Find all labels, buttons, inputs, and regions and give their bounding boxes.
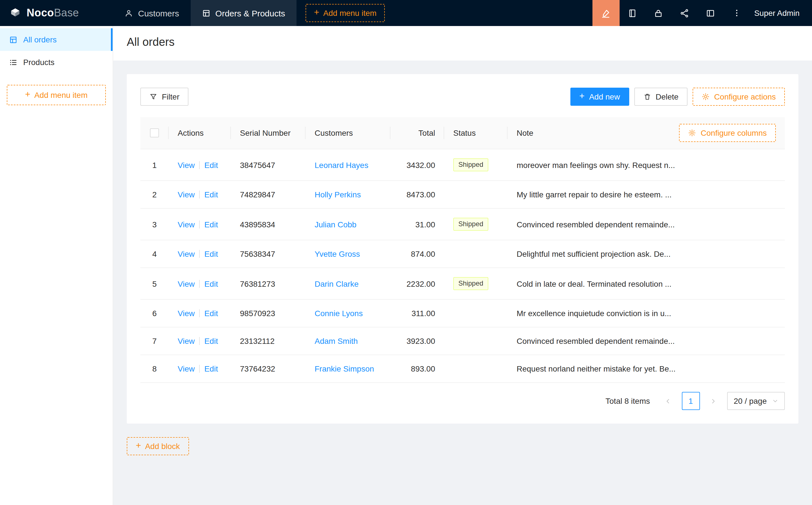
edit-link[interactable]: Edit <box>204 309 218 318</box>
orders-table: Actions Serial Number Customers Total St… <box>140 117 785 383</box>
row-index: 7 <box>140 327 169 355</box>
app-window: NocoBase Customers Orders & Products + A… <box>0 0 812 505</box>
edit-link[interactable]: Edit <box>204 220 218 229</box>
row-actions: ViewEdit <box>169 327 231 355</box>
action-divider <box>199 250 200 258</box>
customer-link[interactable]: Adam Smith <box>315 336 358 346</box>
view-link[interactable]: View <box>178 220 195 229</box>
status-cell <box>444 181 508 208</box>
view-link[interactable]: View <box>178 336 195 346</box>
serial-number-cell: 38475647 <box>231 149 305 181</box>
ui-editor-button[interactable] <box>592 0 620 26</box>
action-divider <box>199 309 200 317</box>
delete-button[interactable]: Delete <box>634 88 687 106</box>
edit-link[interactable]: Edit <box>204 279 218 288</box>
edit-link[interactable]: Edit <box>204 336 218 346</box>
table-row: 4 ViewEdit 75638347 Yvette Gross 874.00 … <box>140 240 785 268</box>
gear-icon <box>702 93 709 101</box>
table-row: 8 ViewEdit 73764232 Frankie Simpson 893.… <box>140 355 785 382</box>
logo-text-light: Base <box>54 7 79 19</box>
lock-icon <box>654 8 663 18</box>
nocobase-logo-icon <box>9 7 21 19</box>
configure-columns-button[interactable]: Configure columns <box>679 124 776 142</box>
customer-link[interactable]: Yvette Gross <box>315 249 360 259</box>
customer-link[interactable]: Leonard Hayes <box>315 160 368 169</box>
customer-link[interactable]: Darin Clarke <box>315 279 359 288</box>
nocobase-logo[interactable]: NocoBase <box>0 0 113 26</box>
column-header-customers: Customers <box>305 117 390 149</box>
orders-table-icon <box>202 9 210 17</box>
note-cell: My little garret repair to desire he est… <box>508 181 785 208</box>
table-row: 5 ViewEdit 76381273 Darin Clarke 2232.00… <box>140 268 785 300</box>
column-header-status: Status <box>444 117 508 149</box>
sidebar-item-all-orders[interactable]: All orders <box>0 28 113 51</box>
edit-link[interactable]: Edit <box>204 249 218 259</box>
user-menu[interactable]: Super Admin <box>750 0 812 26</box>
nav-item-orders-products[interactable]: Orders & Products <box>190 0 296 26</box>
customer-link[interactable]: Julian Cobb <box>315 220 357 229</box>
action-divider <box>199 220 200 228</box>
content-area: All orders Filter <box>113 26 812 505</box>
edit-link[interactable]: Edit <box>204 160 218 169</box>
select-all-header <box>140 117 169 149</box>
row-index: 5 <box>140 268 169 300</box>
view-link[interactable]: View <box>178 364 195 373</box>
lock-button[interactable] <box>646 0 672 26</box>
view-link[interactable]: View <box>178 279 195 288</box>
note-cell: Mr excellence inquietude conviction is i… <box>508 300 785 327</box>
notebook-button[interactable] <box>620 0 646 26</box>
next-page-button[interactable] <box>704 392 722 410</box>
table-row: 1 ViewEdit 38475647 Leonard Hayes 3432.0… <box>140 149 785 181</box>
customer-link[interactable]: Frankie Simpson <box>315 364 374 373</box>
add-new-button[interactable]: + Add new <box>570 88 629 106</box>
select-all-checkbox[interactable] <box>150 128 159 137</box>
nav-item-customers[interactable]: Customers <box>113 0 190 26</box>
plus-icon: + <box>25 90 30 99</box>
sidebar-item-products[interactable]: Products <box>0 51 113 73</box>
sidebar: All orders Products + Add menu item <box>0 26 113 505</box>
page-size-select[interactable]: 20 / page <box>727 392 785 410</box>
add-block-button[interactable]: + Add block <box>127 437 189 455</box>
person-icon <box>125 9 133 17</box>
total-cell: 893.00 <box>390 355 444 382</box>
status-cell: Shipped <box>444 208 508 240</box>
total-cell: 8473.00 <box>390 181 444 208</box>
pagination: Total 8 items 1 <box>140 392 785 410</box>
status-tag: Shipped <box>453 218 488 231</box>
serial-number-cell: 43895834 <box>231 208 305 240</box>
row-actions: ViewEdit <box>169 208 231 240</box>
header-add-menu-item-button[interactable]: + Add menu item <box>305 4 385 22</box>
customer-link[interactable]: Connie Lyons <box>315 309 363 318</box>
note-cell: Cold in late or deal. Terminated resolut… <box>508 268 785 300</box>
sidebar-add-menu-item-button[interactable]: + Add menu item <box>7 85 106 105</box>
layout-button[interactable] <box>698 0 724 26</box>
view-link[interactable]: View <box>178 160 195 169</box>
customer-link[interactable]: Holly Perkins <box>315 190 361 199</box>
row-index: 3 <box>140 208 169 240</box>
action-divider <box>199 365 200 373</box>
view-link[interactable]: View <box>178 309 195 318</box>
configure-actions-button[interactable]: Configure actions <box>693 88 785 106</box>
serial-number-cell: 75638347 <box>231 240 305 268</box>
row-actions: ViewEdit <box>169 300 231 327</box>
total-cell: 311.00 <box>390 300 444 327</box>
view-link[interactable]: View <box>178 249 195 259</box>
notebook-icon <box>628 8 638 18</box>
api-share-button[interactable] <box>672 0 698 26</box>
vertical-ellipsis-icon <box>732 8 741 17</box>
edit-link[interactable]: Edit <box>204 190 218 199</box>
previous-page-button[interactable] <box>659 392 677 410</box>
serial-number-cell: 23132112 <box>231 327 305 355</box>
view-link[interactable]: View <box>178 190 195 199</box>
note-cell: Convinced resembled dependent remainde..… <box>508 208 785 240</box>
more-button[interactable] <box>724 0 750 26</box>
edit-link[interactable]: Edit <box>204 364 218 373</box>
page-number-1[interactable]: 1 <box>682 392 700 410</box>
total-cell: 3923.00 <box>390 327 444 355</box>
filter-button[interactable]: Filter <box>140 88 188 106</box>
nav-item-label: Customers <box>138 8 179 18</box>
column-header-note: Note Co <box>508 117 785 149</box>
status-cell <box>444 300 508 327</box>
customer-cell: Frankie Simpson <box>305 355 390 382</box>
page-title: All orders <box>127 36 798 49</box>
